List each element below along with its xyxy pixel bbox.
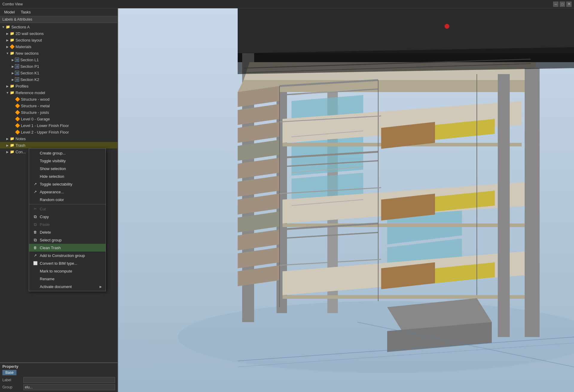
ctx-icon-delete: 🗑 [33,229,38,235]
tree-label-section-k1: Section K1 [20,71,39,75]
ctx-label-toggle-visibility: Toggle visibility [40,159,66,163]
tree-item-struct-wood[interactable]: 🔶 Structure - wood [0,96,117,102]
tree-item-reference-model[interactable]: 📁 Reference model [0,89,117,96]
restore-button[interactable]: □ [560,1,565,7]
level-icon-0: 🔶 [15,117,20,121]
level-icon-2: 🔶 [15,130,20,134]
tree-item-struct-joists[interactable]: 🔶 Structure - joists [0,109,117,116]
tree-item-trash[interactable]: 📁 Trash [0,142,117,148]
ctx-toggle-visibility[interactable]: Toggle visibility [29,157,106,165]
tree-item-profiles[interactable]: 📁 Profiles [0,83,117,89]
tree-item-level-1[interactable]: 🔶 Level 1 - Lower Finish Floor [0,122,117,129]
left-panel: Model Tasks Labels & Attributes 📁 Sectio… [0,8,118,392]
ctx-icon-mark-recompute [33,268,38,274]
tree-item-materials[interactable]: 🔶 Materials [0,43,117,50]
tab-base[interactable]: Base [2,370,16,375]
material-icon-struct-metal: 🔶 [15,103,20,108]
tree-arrow-2d-wall [5,31,10,36]
tree-arrow-materials [5,45,10,49]
property-field-label[interactable] [23,377,115,383]
ctx-label-paste: Paste [40,222,50,227]
ctx-label-delete: Delete [40,230,51,235]
ctx-label-show-selection: Show selection [40,166,66,171]
tree-arrow-notes [5,137,10,141]
svg-rect-47 [498,74,510,337]
ctx-icon-rename [33,276,38,281]
ctx-icon-create-group [33,150,38,156]
tree-item-sections-layout[interactable]: 📁 Sections layout [0,37,117,43]
ctx-mark-recompute[interactable]: Mark to recompute [29,267,106,275]
ctx-toggle-selectability[interactable]: ↗ Toggle selectability [29,180,106,188]
menu-bar: Model Tasks [0,8,117,16]
ctx-arrow-activate-document: ▶ [100,285,102,288]
tree-arrow-section-p1 [11,64,15,68]
ctx-hide-selection[interactable]: Hide selection [29,172,106,180]
ctx-clean-trash[interactable]: 🗑 Clean Trash [29,244,106,252]
ctx-icon-convert-bim: ⬜ [33,261,38,266]
folder-icon-con: 📁 [10,149,14,154]
menu-tasks[interactable]: Tasks [18,9,33,15]
ctx-select-group[interactable]: ⧉ Select group [29,236,106,244]
ctx-icon-clean-trash: 🗑 [33,245,38,250]
tree-label-trash: Trash [16,143,25,148]
ctx-icon-activate-document [33,284,38,289]
tree-label-section-l1: Section L1 [20,58,39,62]
tree-arrow-level-1 [11,123,15,128]
tree-item-2d-wall[interactable]: 📁 2D wall sections [0,30,117,37]
title-bar-buttons: ─ □ ✕ [553,1,572,7]
close-button[interactable]: ✕ [566,1,572,7]
main-layout: Model Tasks Labels & Attributes 📁 Sectio… [0,8,574,392]
menu-model[interactable]: Model [1,9,18,15]
tree-arrow-sections-layout [5,38,10,42]
svg-point-4 [445,24,449,29]
svg-rect-46 [525,68,540,337]
tree-label-level-0: Level 0 - Garage [21,117,50,121]
folder-icon-new-sections: 📁 [10,51,14,56]
folder-icon-profiles: 📁 [10,84,14,88]
tree-arrow-level-0 [11,117,15,121]
viewport[interactable] [118,8,574,392]
tree-item-level-0[interactable]: 🔶 Level 0 - Garage [0,116,117,122]
ctx-icon-copy: ⧉ [33,214,38,219]
ctx-activate-document[interactable]: Activate document ▶ [29,283,106,290]
tree-item-sections-a[interactable]: 📁 Sections A [0,24,117,30]
trash-icon-trash: 📁 [10,143,14,148]
tree-item-section-l1[interactable]: ⊞ Section L1 [0,56,117,63]
material-icon-materials: 🔶 [10,44,14,49]
tree-item-level-2[interactable]: 🔶 Level 2 - Upper Finish Floor [0,129,117,135]
ctx-label-activate-document: Activate document [40,284,72,289]
labels-header: Labels & Attributes [0,16,117,23]
folder-icon-sections-a: 📁 [5,24,10,29]
tree-arrow-new-sections [5,51,10,55]
ctx-copy[interactable]: ⧉ Copy [29,213,106,220]
ctx-show-selection[interactable]: Show selection [29,165,106,172]
tree-item-struct-metal[interactable]: 🔶 Structure - metal [0,102,117,109]
tree-item-section-k2[interactable]: ⊞ Section K2 [0,76,117,83]
ctx-create-group[interactable]: Create group... [29,149,106,157]
ctx-icon-paste: ⧉ [33,222,38,227]
tree-item-section-k1[interactable]: ⊞ Section K1 [0,70,117,76]
ctx-paste: ⧉ Paste [29,220,106,228]
ctx-label-mark-recompute: Mark to recompute [40,269,72,273]
tree-item-new-sections[interactable]: 📁 New sections [0,50,117,56]
ctx-random-color[interactable]: Random color [29,196,106,203]
ctx-icon-toggle-selectability: ↗ [33,181,38,187]
tree-arrow-struct-joists [11,110,15,114]
ctx-appearance[interactable]: ↗ Appearance... [29,188,106,196]
section-icon-l1: ⊞ [15,58,19,62]
ctx-icon-select-group: ⧉ [33,237,38,243]
ctx-convert-bim[interactable]: ⬜ Convert to BIM type... [29,259,106,267]
ctx-icon-hide-selection [33,174,38,179]
tree-item-section-p1[interactable]: ⊞ Section P1 [0,63,117,70]
tree-arrow-section-k2 [11,77,15,82]
tree-item-notes[interactable]: 📁 Notes [0,135,117,142]
ctx-label-create-group: Create group... [40,151,66,155]
minimize-button[interactable]: ─ [553,1,558,7]
ctx-label-rename: Rename [40,277,54,281]
tree-label-sections-a: Sections A [11,25,30,29]
ctx-add-construction[interactable]: ↗ Add to Construction group [29,252,106,259]
tree-label-new-sections: New sections [16,51,39,56]
property-value-group: elu... [25,385,114,389]
ctx-delete[interactable]: 🗑 Delete [29,228,106,236]
ctx-rename[interactable]: Rename [29,275,106,283]
